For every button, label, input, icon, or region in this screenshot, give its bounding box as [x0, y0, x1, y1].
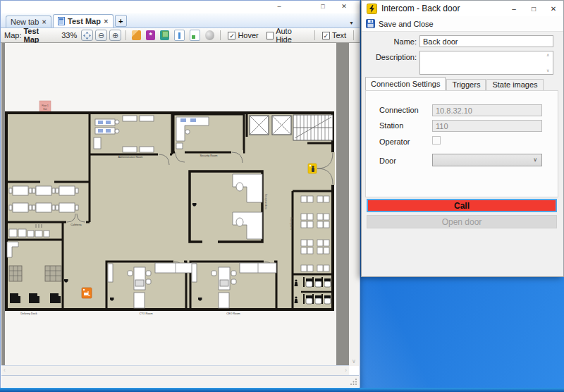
hover-checkbox[interactable]: ✓ [228, 32, 235, 39]
maximize-icon[interactable]: □ [315, 1, 331, 12]
save-icon [366, 19, 375, 28]
station-label: Station [379, 121, 403, 130]
text-checkbox-wrap[interactable]: ✓ Text [322, 31, 346, 39]
door-dropdown[interactable]: ∨ [432, 154, 542, 166]
tab-label: Test Map [68, 17, 101, 25]
description-field[interactable] [419, 51, 553, 75]
window-title: Intercom - Back door [381, 4, 460, 13]
map-label: Map: [4, 31, 21, 39]
forklift-device-icon[interactable] [82, 288, 92, 298]
toolbar-separator [220, 30, 221, 40]
close-icon[interactable]: ✕ [544, 1, 563, 16]
svg-text:CTO Room: CTO Room [139, 312, 152, 315]
star-icon[interactable]: * [146, 30, 155, 40]
svg-text:CEO Room: CEO Room [226, 312, 240, 315]
tab-state-images[interactable]: State images [486, 79, 543, 90]
fit-view-icon [83, 32, 91, 39]
name-field[interactable] [419, 35, 553, 47]
tab-new-tab[interactable]: New tab ✕ [6, 16, 51, 27]
zoom-in-button[interactable]: ⊕ [109, 30, 121, 41]
name-label: Name: [362, 37, 417, 46]
info-bar-icon[interactable] [174, 30, 185, 41]
close-icon[interactable]: ✕ [336, 1, 352, 12]
auto-hide-checkbox-wrap[interactable]: Auto Hide [266, 27, 307, 44]
svg-text:Waiting Area: Waiting Area [290, 217, 293, 230]
info-bar [178, 32, 180, 39]
tab-label: New tab [11, 18, 39, 26]
toolbar-separator [314, 30, 315, 40]
connection-field [432, 104, 542, 116]
tab-test-map[interactable]: Test Map ✕ [53, 14, 114, 27]
save-and-close-button[interactable]: Save and Close [379, 20, 434, 28]
layers-icon[interactable] [132, 30, 141, 40]
sphere-icon[interactable] [205, 30, 214, 40]
svg-text:Exit: Exit [43, 108, 47, 111]
svg-text:Floor 1: Floor 1 [42, 104, 49, 107]
zoom-out-button[interactable]: ⊖ [95, 30, 107, 41]
marker-icon[interactable] [190, 30, 200, 41]
scroll-down-icon[interactable]: ∨ [546, 68, 549, 73]
vertical-scrollbar[interactable]: ∨ [349, 43, 359, 366]
map-document-icon [58, 17, 65, 25]
description-label: Description: [362, 53, 417, 61]
tile-overlay [162, 31, 168, 37]
intercom-device-icon[interactable] [308, 164, 317, 173]
call-button[interactable]: Call [367, 199, 557, 212]
intercom-window: Intercom - Back door – □ ✕ Save and Clos… [361, 0, 564, 277]
door-label: Door [379, 157, 396, 165]
desktop-accent-line [0, 388, 564, 392]
chevron-down-icon: ∨ [533, 157, 537, 163]
marker-square [192, 35, 195, 39]
maximize-icon[interactable]: □ [524, 1, 544, 16]
minimize-icon[interactable]: – [504, 1, 524, 16]
auto-hide-label: Auto Hide [276, 27, 307, 44]
scroll-left-icon[interactable]: ‹ [4, 367, 6, 374]
tiles-icon[interactable] [160, 30, 169, 40]
connection-settings-panel: Connection Station Operator Door ∨ [365, 90, 558, 197]
operator-label: Operator [379, 137, 410, 146]
tab-close-icon[interactable]: ✕ [42, 19, 47, 25]
minimize-icon[interactable]: – [271, 1, 287, 12]
add-tab-button[interactable]: + [115, 15, 127, 27]
intercom-app-icon [367, 4, 377, 14]
auto-hide-checkbox[interactable] [266, 32, 274, 39]
scroll-up-icon[interactable]: ∧ [546, 53, 549, 57]
station-field [432, 120, 542, 132]
stairs [293, 115, 333, 140]
connection-label: Connection [379, 106, 419, 114]
svg-text:Administrative Room: Administrative Room [118, 156, 142, 159]
map-viewport[interactable]: Floor 1 Exit [1, 43, 350, 366]
hover-checkbox-wrap[interactable]: ✓ Hover [228, 31, 258, 39]
map-toolbar: Map: Test Map 33% ⊖ ⊕ * ✓ Hover Auto Hid… [1, 28, 360, 43]
svg-text:Security Room: Security Room [200, 154, 218, 157]
floor-plan[interactable]: Floor 1 Exit [1, 43, 350, 366]
intercom-body: Name: Description: ∧ ∨ Connection Settin… [362, 31, 563, 276]
fit-view-button[interactable] [81, 30, 93, 41]
text-checkbox[interactable]: ✓ [322, 32, 330, 39]
tab-triggers[interactable]: Triggers [446, 79, 486, 90]
scroll-right-icon[interactable]: › [345, 367, 347, 374]
map-window-titlebar: – □ ✕ [1, 1, 360, 13]
text-label: Text [332, 31, 346, 39]
svg-text:Reception Area: Reception Area [264, 194, 267, 209]
map-tab-bar: New tab ✕ Test Map ✕ + ▼ [1, 13, 360, 28]
tab-close-icon[interactable]: ✕ [104, 18, 109, 25]
intercom-titlebar: Intercom - Back door – □ ✕ [362, 1, 563, 16]
resize-grip[interactable] [350, 378, 357, 386]
horizontal-scrollbar[interactable]: ‹ › [1, 365, 349, 376]
zoom-level: 33% [61, 31, 77, 39]
tab-connection-settings[interactable]: Connection Settings [365, 77, 446, 90]
status-bar [1, 375, 359, 387]
toolbar-separator [125, 30, 126, 40]
scroll-down-icon[interactable]: ∨ [349, 358, 359, 365]
tab-list-dropdown-icon[interactable]: ▼ [349, 20, 354, 25]
hover-label: Hover [238, 31, 258, 39]
settings-tab-strip: Connection Settings Triggers State image… [365, 78, 544, 90]
operator-checkbox [432, 136, 441, 145]
toolbar-separator [353, 30, 354, 40]
svg-text:Delivery Dock: Delivery Dock [20, 312, 37, 315]
map-name: Test Map [23, 27, 54, 44]
intercom-toolbar: Save and Close [362, 16, 563, 32]
svg-text:Cafeteria: Cafeteria [70, 223, 82, 226]
map-window: – □ ✕ New tab ✕ Test Map ✕ + ▼ Map: Test… [0, 0, 360, 388]
